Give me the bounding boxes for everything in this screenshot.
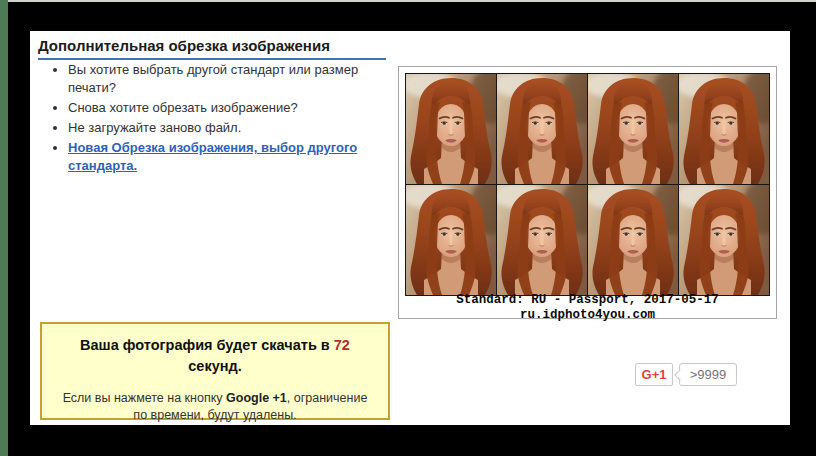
countdown-text-before: Ваша фотография будет скачать в [80,337,334,353]
google-plus-one-button[interactable]: G+1 [635,363,673,386]
note-before: Если вы нажмете на кнопку [63,391,226,405]
passport-photo [588,74,678,184]
countdown-seconds: 72 [334,337,350,353]
countdown-box: Ваша фотография будет скачать в 72 секун… [40,322,390,420]
sheet-site-caption: ru.idphoto4you.com [399,308,776,322]
passport-photo [406,185,496,295]
passport-photo [406,74,496,184]
hint-item: Снова хотите обрезать изображение? [68,99,408,117]
passport-photo [679,185,769,295]
hint-item: Не загружайте заново файл. [68,119,408,137]
plus-one-count-bubble: >9999 [679,363,737,386]
passport-photo [679,74,769,184]
page-root: { "main": { "heading": "Дополнительная о… [0,0,816,456]
hint-item: Вы хотите выбрать другой стандарт или ра… [68,61,408,97]
hint-item-link: Новая Обрезка изображения, выбор другого… [68,139,408,175]
passport-photo [497,185,587,295]
countdown-text-after: секунд. [188,358,241,374]
photo-sheet-panel: Standard: RU - Passport, 2017-05-17 ru.i… [398,66,777,319]
passport-photo [588,185,678,295]
note-google-plus-one: Google +1 [226,391,287,405]
top-divider-line [0,0,816,2]
countdown-note: Если вы нажмете на кнопку Google +1, огр… [56,390,374,424]
page-title: Дополнительная обрезка изображения [38,37,386,60]
sheet-standard-caption: Standard: RU - Passport, 2017-05-17 [399,293,776,307]
hint-list: Вы хотите выбрать другой стандарт или ра… [38,61,408,177]
page-content: Дополнительная обрезка изображения Вы хо… [30,31,790,425]
new-crop-link[interactable]: Новая Обрезка изображения, выбор другого… [68,140,357,173]
countdown-message: Ваша фотография будет скачать в 72 секун… [68,335,362,377]
left-edge-strip [0,0,8,456]
passport-photo-grid [405,73,770,296]
passport-photo [497,74,587,184]
